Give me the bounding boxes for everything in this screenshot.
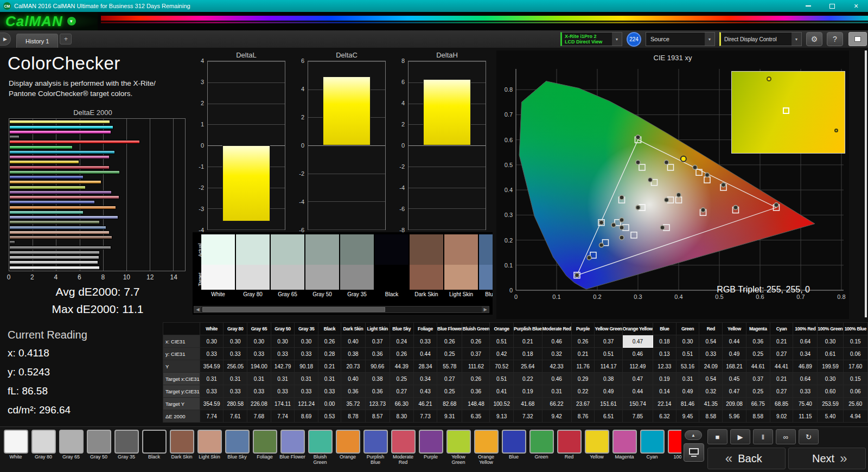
play-button[interactable]: ▶ xyxy=(730,429,750,444)
table-cell[interactable]: 0.21 xyxy=(770,373,793,385)
table-column-header[interactable]: Bluish Green xyxy=(462,323,490,335)
table-cell[interactable]: 66.75 xyxy=(746,398,770,410)
table-cell[interactable]: 253.59 xyxy=(818,398,843,410)
table-cell[interactable]: 0.40 xyxy=(341,373,366,385)
table-cell[interactable]: 194.00 xyxy=(247,360,271,373)
table-cell[interactable]: 0.37 xyxy=(462,348,490,360)
patch-button[interactable]: White xyxy=(2,430,29,465)
table-cell[interactable]: 168.21 xyxy=(723,360,746,373)
table-cell[interactable]: 121.24 xyxy=(295,398,318,410)
swatch-column[interactable]: Gray 50 xyxy=(305,234,339,298)
table-cell[interactable]: 0.26 xyxy=(390,348,413,360)
patch-button[interactable]: Bluish Green xyxy=(307,430,334,465)
meter-dropdown[interactable]: X-Rite i1Pro 2 LCD Direct View ▼ xyxy=(560,32,622,46)
table-cell[interactable]: 0.21 xyxy=(770,335,793,348)
table-column-header[interactable]: Gray 35 xyxy=(295,323,318,335)
table-cell[interactable]: 0.27 xyxy=(770,385,793,398)
table-cell[interactable]: 0.33 xyxy=(318,385,341,398)
table-cell[interactable]: 0.60 xyxy=(818,385,843,398)
table-cell[interactable]: 24.09 xyxy=(699,360,723,373)
table-cell[interactable]: 0.19 xyxy=(514,385,542,398)
patch-button[interactable]: Green xyxy=(528,430,555,465)
table-cell[interactable]: 199.59 xyxy=(818,360,843,373)
table-column-header[interactable]: Foliage xyxy=(413,323,437,335)
table-cell[interactable]: 0.33 xyxy=(793,385,818,398)
table-column-header[interactable]: Moderate Red xyxy=(542,323,571,335)
table-column-header[interactable]: Blue Sky xyxy=(390,323,413,335)
table-cell[interactable]: 44.41 xyxy=(770,360,793,373)
patch-button[interactable]: Black xyxy=(141,430,168,465)
table-cell[interactable]: 0.30 xyxy=(676,335,699,348)
brand-menu-chevron-icon[interactable]: ▼ xyxy=(67,17,76,25)
table-cell[interactable]: 0.42 xyxy=(490,348,514,360)
table-column-header[interactable]: Gray 50 xyxy=(271,323,295,335)
swatch-column[interactable]: White xyxy=(201,234,235,298)
table-cell[interactable]: 0.33 xyxy=(271,385,295,398)
patch-button[interactable]: Dark Skin xyxy=(168,430,195,465)
table-cell[interactable]: 0.26 xyxy=(318,335,341,348)
table-column-header[interactable]: Yellow Green xyxy=(595,323,622,335)
table-column-header[interactable]: Yellow xyxy=(723,323,746,335)
table-cell[interactable]: 11.76 xyxy=(571,360,595,373)
patch-button[interactable]: Orange xyxy=(334,430,361,465)
table-cell[interactable]: 6.51 xyxy=(595,410,622,423)
table-cell[interactable]: 8.69 xyxy=(295,410,318,423)
table-cell[interactable]: 7.73 xyxy=(413,410,437,423)
patch-button[interactable]: Red xyxy=(556,430,583,465)
patch-button[interactable]: Gray 80 xyxy=(30,430,57,465)
table-cell[interactable]: 0.26 xyxy=(462,373,490,385)
table-column-header[interactable]: Gray 65 xyxy=(247,323,271,335)
table-cell[interactable]: 0.31 xyxy=(542,385,571,398)
table-cell[interactable]: 0.32 xyxy=(542,348,571,360)
table-cell[interactable]: 8.58 xyxy=(699,410,723,423)
table-cell[interactable]: 0.30 xyxy=(818,335,843,348)
table-cell[interactable]: 44.39 xyxy=(390,360,413,373)
table-cell[interactable]: 0.54 xyxy=(699,335,723,348)
table-cell[interactable]: 0.26 xyxy=(437,335,462,348)
table-cell[interactable]: 0.41 xyxy=(490,385,514,398)
table-cell[interactable]: 0.44 xyxy=(723,335,746,348)
table-cell[interactable]: 0.47 xyxy=(723,385,746,398)
table-cell[interactable]: 6.32 xyxy=(653,410,676,423)
table-cell[interactable]: 0.32 xyxy=(699,385,723,398)
scroll-left-icon[interactable]: ◀ xyxy=(194,307,201,312)
table-cell[interactable]: 28.34 xyxy=(413,360,437,373)
table-cell[interactable]: 7.85 xyxy=(622,410,653,423)
patch-button[interactable]: Magenta xyxy=(611,430,638,465)
table-cell[interactable]: 0.14 xyxy=(653,385,676,398)
meter-count-badge[interactable]: 224 xyxy=(627,32,641,47)
table-cell[interactable]: 0.26 xyxy=(462,335,490,348)
table-cell[interactable]: 0.34 xyxy=(413,373,437,385)
table-column-header[interactable]: Purple xyxy=(571,323,595,335)
swatch-column[interactable]: Dark Skin xyxy=(410,234,443,298)
workspace-toggle-button[interactable] xyxy=(848,32,867,46)
collapse-button[interactable]: ▲ xyxy=(685,430,702,440)
table-cell[interactable]: 0.33 xyxy=(224,348,247,360)
table-column-header[interactable]: Black xyxy=(318,323,341,335)
table-cell[interactable]: 0.45 xyxy=(723,373,746,385)
table-column-header[interactable]: Purplish Blue xyxy=(514,323,542,335)
table-cell[interactable]: 0.00 xyxy=(318,398,341,410)
table-cell[interactable]: 66.30 xyxy=(390,398,413,410)
table-cell[interactable]: 0.38 xyxy=(365,373,390,385)
table-cell[interactable]: 0.31 xyxy=(247,373,271,385)
table-cell[interactable]: 0.30 xyxy=(200,335,224,348)
table-column-header[interactable]: 100% Blue xyxy=(843,323,867,335)
table-cell[interactable]: 11.15 xyxy=(793,410,818,423)
table-cell[interactable]: 0.49 xyxy=(595,385,622,398)
table-cell[interactable]: 0.36 xyxy=(365,348,390,360)
table-cell[interactable]: 209.08 xyxy=(723,398,746,410)
table-cell[interactable]: 0.31 xyxy=(318,373,341,385)
table-cell[interactable]: 0.46 xyxy=(542,335,571,348)
display-control-dropdown[interactable]: Direct Display Control ▼ xyxy=(719,32,802,46)
table-cell[interactable]: 7.32 xyxy=(514,410,542,423)
tab-history-1[interactable]: History 1 xyxy=(16,34,58,48)
settings-button[interactable]: ⚙ xyxy=(806,32,822,46)
table-cell[interactable]: 8.78 xyxy=(341,410,366,423)
table-cell[interactable]: 256.05 xyxy=(224,360,247,373)
table-cell[interactable]: 9.02 xyxy=(770,410,793,423)
table-cell[interactable]: 7.74 xyxy=(271,410,295,423)
add-tab-button[interactable]: + xyxy=(60,34,72,44)
table-cell[interactable]: 0.51 xyxy=(490,335,514,348)
table-column-header[interactable]: Green xyxy=(676,323,699,335)
